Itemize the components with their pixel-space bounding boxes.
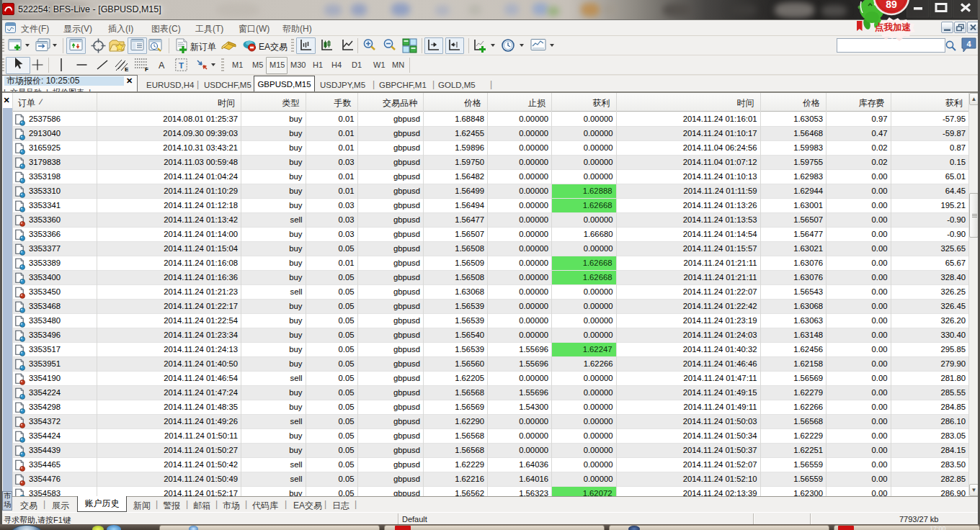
svg-text:F: F [145,66,148,72]
svg-text:E: E [125,66,129,72]
svg-text:点我加速: 点我加速 [875,22,912,32]
svg-text:4: 4 [966,40,971,48]
svg-text:89: 89 [886,0,897,10]
svg-text:T: T [179,61,184,70]
